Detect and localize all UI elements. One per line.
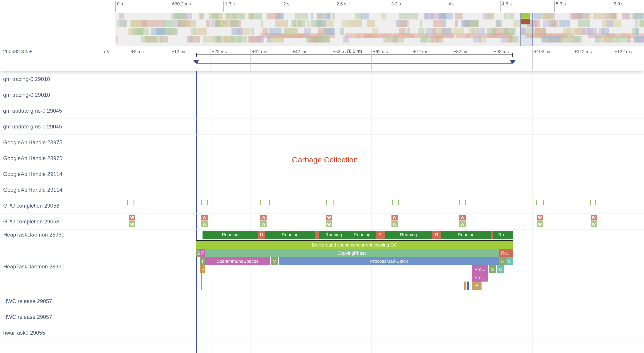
overview-block bbox=[617, 36, 629, 42]
overview-block bbox=[550, 20, 554, 27]
trace-slice[interactable]: G bbox=[196, 249, 200, 257]
trace-slice[interactable] bbox=[464, 282, 466, 290]
overview-block bbox=[178, 20, 181, 27]
ruler-tick-label: +12 ms bbox=[172, 49, 186, 54]
thread-lane[interactable]: WWWWWWWWWWWWWWWW bbox=[116, 214, 644, 229]
trace-slice[interactable]: T bbox=[200, 257, 205, 265]
overview-block bbox=[611, 13, 614, 19]
thread-state-slice[interactable]: Running bbox=[319, 231, 348, 239]
thread-lane[interactable] bbox=[116, 103, 644, 118]
thread-row[interactable]: gm tracing-0 29010 bbox=[0, 71, 644, 87]
trace-slice[interactable]: V bbox=[271, 257, 278, 265]
thread-state-slice[interactable]: Running bbox=[348, 231, 376, 239]
trace-slice[interactable]: C bbox=[506, 257, 513, 265]
overview-block bbox=[420, 20, 422, 27]
trace-slice[interactable] bbox=[466, 282, 469, 290]
overview-block bbox=[248, 36, 260, 42]
tracks-viewport[interactable]: gm tracing-0 29010gm tracing-0 29010gm u… bbox=[0, 71, 644, 353]
thread-lane[interactable] bbox=[116, 341, 644, 353]
overview-block bbox=[187, 36, 200, 42]
overview-minimap[interactable]: 0 s660.2 ms1.3 s2 s2.6 s3.3 s4 s4.6 s5.3… bbox=[0, 0, 644, 46]
trace-slice[interactable]: CopyingPhase bbox=[205, 249, 499, 257]
thread-state-slice[interactable]: R bbox=[432, 231, 441, 239]
thread-lane[interactable] bbox=[116, 135, 644, 150]
ruler-tick-label: +102 ms bbox=[534, 49, 552, 54]
overview-block bbox=[500, 36, 506, 42]
overview-block bbox=[508, 13, 514, 19]
thread-lane[interactable] bbox=[116, 71, 644, 87]
thread-row[interactable]: HeapTaskDaemon 28960Background young con… bbox=[0, 240, 644, 293]
thread-row[interactable] bbox=[0, 341, 644, 353]
thread-state-slice[interactable]: Running bbox=[441, 231, 491, 239]
overview-tick-label: 0 s bbox=[117, 1, 123, 6]
thread-lane[interactable] bbox=[116, 309, 644, 325]
trace-slice[interactable]: ScanImmuneSpaces bbox=[205, 257, 270, 265]
trace-slice[interactable]: F bbox=[200, 249, 205, 257]
overview-block bbox=[639, 36, 644, 42]
trace-slice[interactable]: Re... bbox=[499, 249, 513, 257]
thread-lane[interactable] bbox=[116, 119, 644, 134]
thread-state-slice[interactable]: Running bbox=[202, 231, 258, 239]
ruler-timeline[interactable]: 78.6 ms +2 ms+12 ms+22 ms+32 ms+42 ms+52… bbox=[116, 46, 644, 71]
thread-state-slice[interactable]: Running bbox=[265, 231, 315, 239]
overview-block bbox=[167, 28, 178, 35]
trace-slice[interactable]: S bbox=[489, 265, 496, 273]
trace-slice[interactable]: E bbox=[472, 282, 482, 290]
thread-state-slice[interactable]: R bbox=[376, 231, 385, 239]
thread-row[interactable]: HWC release 29057 bbox=[0, 309, 644, 325]
thread-state-slice[interactable]: U bbox=[258, 231, 265, 239]
time-ruler[interactable]: 260632.3 s + 5 s 78.6 ms +2 ms+12 ms+22 … bbox=[0, 46, 644, 71]
thread-row[interactable]: GPU completion 29058WWWWWWWWWWWWWWWW bbox=[0, 214, 644, 230]
trace-slice[interactable]: Background young concurrent copying GC bbox=[196, 241, 513, 249]
thread-lane[interactable] bbox=[116, 87, 644, 103]
gpu-tick bbox=[269, 200, 270, 205]
trace-slice[interactable]: Pro... bbox=[472, 265, 488, 273]
thread-state-slice[interactable] bbox=[315, 231, 319, 239]
trace-slice[interactable]: ProcessMarkStack bbox=[279, 257, 499, 265]
wait-badge: W bbox=[537, 215, 543, 221]
overview-timeline[interactable]: 0 s660.2 ms1.3 s2 s2.6 s3.3 s4 s4.6 s5.3… bbox=[116, 0, 644, 46]
thread-lane[interactable] bbox=[116, 182, 644, 198]
overview-tick-label: 5.9 s bbox=[614, 1, 624, 6]
thread-state-slice[interactable] bbox=[491, 231, 493, 239]
ruler-selection-bar[interactable] bbox=[197, 60, 512, 63]
thread-row[interactable]: hwuiTask0 29055 bbox=[0, 325, 644, 341]
thread-row[interactable]: gm update gms-0 29045 bbox=[0, 119, 644, 135]
gpu-tick bbox=[134, 200, 134, 205]
trace-slice[interactable]: C bbox=[497, 265, 504, 273]
overview-block bbox=[116, 36, 118, 42]
trace-slice[interactable] bbox=[202, 265, 202, 290]
thread-row[interactable]: HeapTaskDaemon 28960RunningURunningRunni… bbox=[0, 230, 644, 240]
thread-lane[interactable]: Background young concurrent copying GCGF… bbox=[116, 240, 644, 293]
overview-block bbox=[534, 13, 541, 19]
overview-block bbox=[267, 13, 280, 19]
thread-row[interactable]: GoogleApiHandle 28975 bbox=[0, 135, 644, 150]
overview-block bbox=[298, 20, 306, 27]
gpu-tick bbox=[590, 200, 591, 205]
thread-row[interactable]: GPU completion 29058 bbox=[0, 198, 644, 214]
thread-lane[interactable] bbox=[116, 325, 644, 341]
thread-row[interactable]: GoogleApiHandle 29114 bbox=[0, 182, 644, 198]
thread-state-slice[interactable]: Running bbox=[385, 231, 432, 239]
thread-lane[interactable] bbox=[116, 166, 644, 182]
ruler-range[interactable]: 78.6 ms bbox=[196, 54, 513, 61]
trace-slice[interactable]: F bbox=[200, 265, 205, 273]
thread-row[interactable]: HWC release 29057 bbox=[0, 293, 644, 309]
overview-tick-label: 660.2 ms bbox=[172, 1, 191, 6]
trace-slice[interactable]: Pro... bbox=[472, 273, 488, 282]
thread-row[interactable]: GoogleApiHandle 29114 bbox=[0, 166, 644, 182]
overview-block bbox=[407, 28, 410, 35]
thread-row[interactable]: gm tracing-0 29010 bbox=[0, 87, 644, 103]
trace-slice[interactable]: R bbox=[500, 257, 506, 265]
ruler-tick-label: +62 ms bbox=[373, 49, 388, 54]
thread-lane[interactable] bbox=[116, 198, 644, 213]
overview-block bbox=[262, 28, 268, 35]
thread-label: GPU completion 29058 bbox=[3, 218, 59, 225]
thread-lane[interactable]: RunningURunningRunningRunningRRunningRRu… bbox=[116, 230, 644, 240]
overview-block bbox=[231, 36, 242, 42]
thread-lane[interactable] bbox=[116, 150, 644, 166]
thread-state-slice[interactable]: Ru... bbox=[493, 231, 513, 239]
thread-lane[interactable] bbox=[116, 293, 644, 309]
thread-row[interactable]: gm update gms-0 29045 bbox=[0, 103, 644, 119]
overview-block bbox=[575, 36, 583, 42]
